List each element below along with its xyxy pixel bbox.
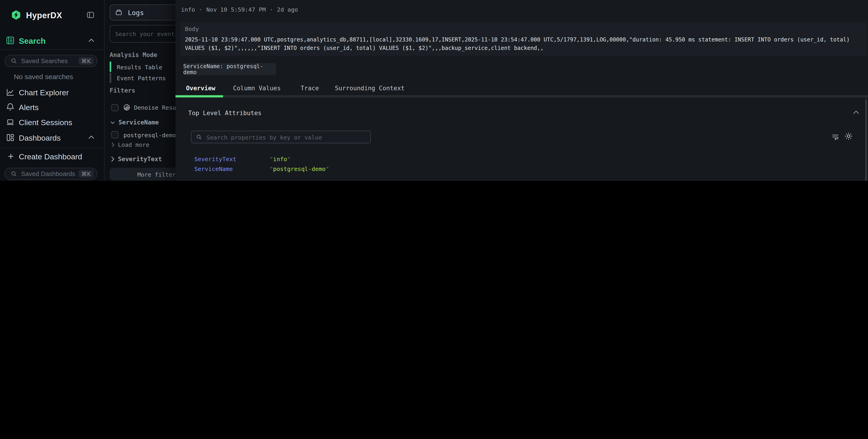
saved-searches-placeholder: Saved Searches (21, 58, 79, 64)
scrollbar[interactable] (865, 98, 867, 181)
mode-results-table[interactable]: Results Table (110, 62, 162, 72)
service-name-tag[interactable]: ServiceName: postgresql-demo (183, 63, 276, 75)
relative-time: 2d ago (277, 6, 298, 13)
dot-separator: · (199, 6, 203, 13)
saved-dashboards-input[interactable]: Saved Dashboards ⌘K (4, 168, 97, 180)
create-dashboard-label: Create Dashboard (19, 152, 82, 161)
mode-label: Event Patterns (117, 74, 166, 81)
no-saved-searches-text: No saved searches (14, 73, 73, 81)
collapse-section-chevron-up-icon[interactable] (852, 110, 860, 115)
sidebar-item-search[interactable]: Search (0, 35, 104, 46)
logs-source-icon (115, 9, 122, 16)
dashboards-grid-icon (6, 133, 14, 142)
chart-icon (6, 88, 14, 96)
sidebar: HyperDX Search (0, 0, 104, 181)
body-panel: Body 2025-11-10 23:59:47.000 UTC,postgre… (181, 22, 867, 56)
attribute-key: SeverityText (194, 156, 270, 162)
search-icon (196, 134, 202, 140)
body-label: Body (185, 26, 199, 32)
event-details-drawer: info · Nov 10 5:59:47 PM · 2d ago Body 2… (176, 0, 868, 181)
sidebar-item-alerts[interactable]: Alerts (0, 102, 104, 113)
mode-event-patterns[interactable]: Event Patterns (110, 72, 166, 83)
active-tab-underline (176, 95, 223, 97)
tab-trace[interactable]: Trace (301, 85, 319, 92)
chevron-down-icon (110, 121, 115, 124)
attribute-key: ServiceName (194, 165, 270, 172)
search-icon (10, 58, 17, 64)
attribute-value: info (273, 156, 287, 162)
event-timestamp: Nov 10 5:59:47 PM (206, 6, 266, 13)
filter-panel: Logs Search your events... Analysis Mode… (104, 0, 176, 181)
hyperdx-logo-icon (11, 10, 21, 20)
sidebar-item-label: Chart Explorer (19, 88, 69, 97)
dot-separator: · (270, 6, 273, 13)
group-label: SeverityText (118, 155, 162, 163)
app-root: HyperDX Search (0, 0, 868, 181)
sidebar-item-label: Client Sessions (19, 118, 72, 127)
sidebar-item-client-sessions[interactable]: Client Sessions (0, 117, 104, 127)
collapse-sidebar-icon[interactable] (86, 11, 95, 19)
chevron-up-icon[interactable] (88, 135, 95, 139)
top-level-attribute-rows: SeverityText "info" ServiceName "postgre… (194, 154, 329, 174)
plus-icon (7, 153, 14, 160)
shortcut-badge: ⌘K (79, 57, 94, 65)
severity-text-group-header[interactable]: SeverityText (111, 155, 162, 163)
chevron-right-icon (111, 156, 115, 162)
divider (0, 49, 104, 50)
service-option-row: postgresql-demo (111, 131, 176, 138)
wrap-lines-icon[interactable] (832, 133, 839, 140)
sidebar-item-label: Dashboards (19, 133, 61, 142)
group-label: ServiceName (119, 119, 159, 126)
attribute-row[interactable]: SeverityText "info" (194, 154, 329, 164)
postgresql-demo-checkbox[interactable] (111, 131, 119, 138)
more-filters-label: More filters (137, 171, 179, 177)
tab-surrounding-context[interactable]: Surrounding Context (335, 85, 405, 92)
severity-text: info (181, 6, 195, 13)
search-icon (10, 170, 17, 177)
analysis-mode-label: Analysis Mode (110, 52, 157, 59)
mode-label: Results Table (117, 63, 162, 70)
search-placeholder: Search properties by key or value (207, 133, 322, 140)
body-text: 2025-11-10 23:59:47.000 UTC,postgres,ana… (185, 35, 863, 53)
load-more-link[interactable]: Load more (111, 141, 149, 148)
laptop-icon (6, 118, 14, 126)
tab-overview[interactable]: Overview (186, 85, 215, 92)
create-dashboard-button[interactable]: Create Dashboard (0, 152, 104, 162)
service-option-label: postgresql-demo (124, 131, 176, 138)
denoise-ball-icon (123, 103, 131, 111)
saved-searches-input[interactable]: Saved Searches ⌘K (4, 55, 97, 67)
denoise-checkbox[interactable] (111, 104, 119, 111)
app-title: HyperDX (26, 10, 62, 20)
attribute-value: postgresql-demo (273, 165, 326, 172)
saved-dashboards-placeholder: Saved Dashboards (21, 170, 79, 177)
sidebar-item-dashboards[interactable]: Dashboards (0, 133, 104, 143)
top-level-attributes-title: Top Level Attributes (188, 109, 262, 117)
sidebar-item-label: Alerts (19, 103, 39, 112)
filters-label: Filters (110, 87, 135, 94)
shortcut-badge: ⌘K (79, 170, 94, 178)
denoise-filter-row: Denoise Results (111, 103, 186, 111)
scrollbar-thumb[interactable] (865, 100, 867, 181)
settings-gear-icon[interactable] (844, 132, 853, 140)
source-select-label: Logs (128, 9, 144, 17)
search-journal-icon (6, 36, 14, 45)
event-header-line: info · Nov 10 5:59:47 PM · 2d ago (181, 6, 298, 13)
divider (0, 148, 104, 148)
service-name-group-header[interactable]: ServiceName (110, 119, 159, 126)
bell-icon (6, 102, 14, 111)
attribute-row[interactable]: ServiceName "postgresql-demo" (194, 164, 329, 174)
tab-underline-track (176, 95, 868, 97)
load-more-label: Load more (118, 141, 149, 148)
sidebar-item-chart-explorer[interactable]: Chart Explorer (0, 88, 104, 98)
tab-column-values[interactable]: Column Values (233, 85, 281, 92)
top-level-search-input[interactable]: Search properties by key or value (191, 131, 371, 144)
chevron-up-icon[interactable] (88, 38, 95, 43)
sidebar-item-label: Search (19, 36, 45, 45)
chevron-right-icon (111, 142, 115, 147)
inactive-mode-indicator (110, 72, 111, 83)
active-mode-indicator (110, 62, 111, 72)
